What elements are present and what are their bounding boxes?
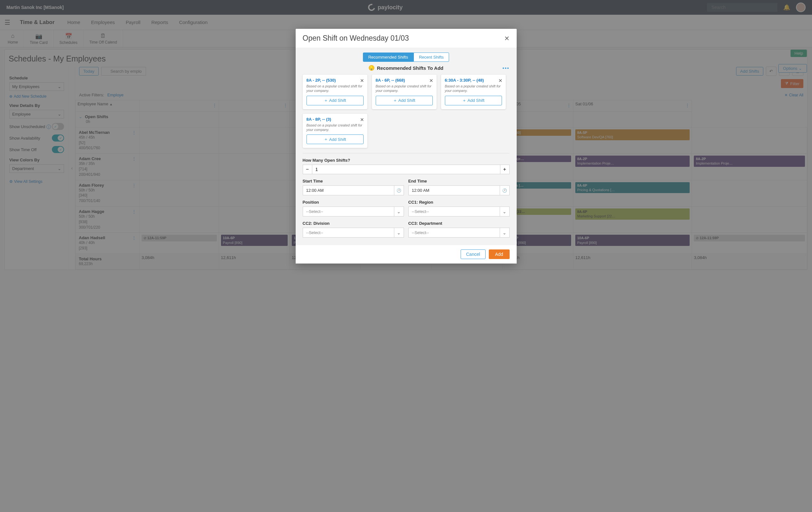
start-time-label: Start Time: [303, 179, 404, 183]
cc2-select[interactable]: --Select--⌄: [303, 228, 404, 238]
end-time-input[interactable]: 12:00 AM 🕐: [408, 185, 510, 195]
count-input[interactable]: [312, 164, 500, 174]
add-shift-button[interactable]: ＋ Add Shift: [307, 134, 364, 144]
chevron-down-icon: ⌄: [394, 207, 404, 216]
start-time-input[interactable]: 12:00 AM 🕐: [303, 185, 404, 195]
add-shift-button[interactable]: ＋ Add Shift: [307, 96, 364, 106]
cc1-label: CC1: Region: [408, 200, 510, 205]
cancel-button[interactable]: Cancel: [461, 249, 486, 259]
plus-icon: ＋: [324, 98, 328, 103]
plus-icon: ＋: [393, 98, 397, 103]
open-shift-modal: Open Shift on Wednesday 01/03 ✕ Recommen…: [296, 29, 517, 264]
tab-recent[interactable]: Recent Shifts: [413, 53, 449, 62]
card-description: Based on a popular created shift for you…: [307, 123, 364, 132]
end-time-label: End Time: [408, 179, 510, 183]
close-icon[interactable]: ✕: [504, 35, 510, 42]
cc2-label: CC2: Division: [303, 221, 404, 226]
increment-button[interactable]: +: [500, 164, 510, 174]
close-icon[interactable]: ✕: [498, 78, 502, 84]
recommended-shift-card: ✕ 8A - 8P, -- (3) Based on a popular cre…: [303, 114, 368, 148]
cc3-label: CC3: Department: [408, 221, 510, 226]
count-label: How Many Open Shifts?: [303, 158, 510, 163]
recommended-shift-card: ✕ 8A - 6P, -- (668) Based on a popular c…: [372, 74, 437, 109]
position-label: Position: [303, 200, 404, 205]
recommended-menu-icon[interactable]: •••: [502, 65, 510, 71]
card-title: 8A - 2P, -- (530): [307, 78, 364, 83]
close-icon[interactable]: ✕: [360, 117, 364, 123]
plus-icon: ＋: [324, 137, 328, 142]
card-title: 8A - 6P, -- (668): [376, 78, 433, 83]
position-select[interactable]: --Select--⌄: [303, 207, 404, 216]
modal-title: Open Shift on Wednesday 01/03: [303, 34, 409, 42]
tab-recommended[interactable]: Recommended Shifts: [363, 53, 413, 62]
card-title: 8A - 8P, -- (3): [307, 117, 364, 122]
clock-icon: 🕐: [500, 186, 509, 195]
card-description: Based on a popular created shift for you…: [307, 84, 364, 93]
clock-icon: 🕐: [394, 186, 404, 195]
close-icon[interactable]: ✕: [429, 78, 433, 84]
cc3-select[interactable]: --Select--⌄: [408, 228, 510, 238]
add-button[interactable]: Add: [489, 249, 510, 259]
chevron-down-icon: ⌄: [394, 228, 404, 237]
card-description: Based on a popular created shift for you…: [445, 84, 502, 93]
chevron-down-icon: ⌄: [500, 228, 509, 237]
cc1-select[interactable]: --Select--⌄: [408, 207, 510, 216]
add-shift-button[interactable]: ＋ Add Shift: [445, 96, 502, 106]
plus-icon: ＋: [462, 98, 466, 103]
recommended-heading: Recommended Shifts To Add: [377, 65, 444, 71]
recommended-shift-card: ✕ 8A - 2P, -- (530) Based on a popular c…: [303, 74, 368, 109]
decrement-button[interactable]: −: [303, 164, 312, 174]
recommended-shift-card: ✕ 6:30A - 3:30P, -- (48) Based on a popu…: [441, 74, 506, 109]
close-icon[interactable]: ✕: [360, 78, 364, 84]
modal-overlay: Open Shift on Wednesday 01/03 ✕ Recommen…: [0, 0, 812, 272]
lightbulb-icon: 💡: [369, 65, 374, 71]
card-title: 6:30A - 3:30P, -- (48): [445, 78, 502, 83]
add-shift-button[interactable]: ＋ Add Shift: [376, 96, 433, 106]
card-description: Based on a popular created shift for you…: [376, 84, 433, 93]
chevron-down-icon: ⌄: [500, 207, 509, 216]
